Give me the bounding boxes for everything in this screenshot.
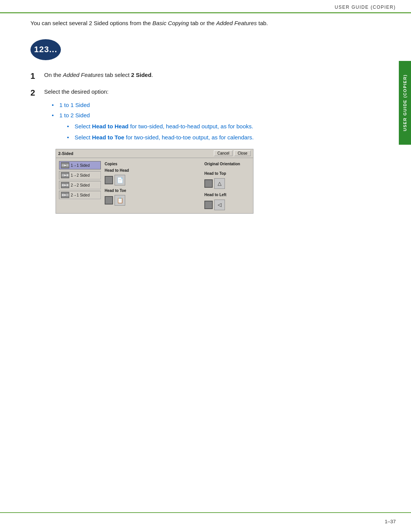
main-bullet-list: 1 to 1 Sided 1 to 2 Sided Select Head to… (52, 101, 384, 141)
sub-bullet-2-prefix: Select (75, 134, 92, 141)
page-number: 1–37 (385, 519, 396, 524)
head-to-toe-label: Head to Toe (105, 188, 201, 193)
head-to-top-label: Head to Top (204, 171, 250, 176)
step-2: 2 Select the desired option: 1 to 1 Side… (30, 88, 384, 214)
badge-123-text: 123... (34, 45, 57, 54)
step-1-bold: 2 Sided (131, 72, 151, 78)
head-to-left-option: Head to Left ◁ (204, 192, 250, 210)
sub-bullet-list: Select Head to Head for two-sided, head-… (67, 122, 384, 141)
head-to-toe-option: Head to Toe 📋 (105, 188, 201, 206)
intro-text-after: tab. (257, 20, 268, 26)
intro-italic1: Basic Copying (152, 20, 189, 26)
option-2to1[interactable]: ▦▶▤ 2→1 Sided (59, 191, 101, 199)
head-to-head-option: Head to Head 📄 (105, 168, 201, 185)
head-to-top-icon: △ (214, 178, 225, 189)
head-to-toe-row: 📋 (105, 195, 201, 206)
step-1-content: On the Added Features tab select 2 Sided… (44, 71, 384, 80)
main-content: You can select several 2 Sided options f… (30, 19, 392, 220)
option-1to2-icon: ▤▶▦ (61, 172, 69, 178)
intro-paragraph: You can select several 2 Sided options f… (30, 19, 384, 28)
copies-section: Copies Head to Head 📄 (105, 161, 201, 206)
sub-bullet-1-bold: Head to Head (92, 123, 129, 129)
dialog-left-panel: ▤▶▤ 1→1 Sided ▤▶▦ 1→2 Sided ▦▶▦ 2→2 Side… (59, 161, 101, 210)
bullet-1to2-label: 1 to 2 Sided (59, 112, 90, 118)
option-1to2[interactable]: ▤▶▦ 1→2 Sided (59, 171, 101, 179)
badge-123: 123... (30, 39, 61, 60)
top-rule (0, 12, 411, 13)
head-to-left-button[interactable] (204, 201, 213, 209)
head-to-left-icon: ◁ (214, 200, 225, 210)
head-to-group: Head to Head 📄 Head to Toe (105, 168, 201, 206)
step-1-italic: Added Features (63, 72, 104, 78)
step-1-text-before: On the (44, 72, 63, 78)
original-orientation-label: Original Orientation (204, 161, 250, 167)
dialog-box: 2-Sided Cancel Close ▤▶▤ 1→1 Sided (56, 149, 253, 214)
head-to-top-option: Head to Top △ (204, 171, 250, 189)
bullet-1to2: 1 to 2 Sided Select Head to Head for two… (52, 111, 384, 141)
intro-text-before: You can select several 2 Sided options f… (30, 20, 152, 26)
step-1: 1 On the Added Features tab select 2 Sid… (30, 71, 384, 82)
option-1to1[interactable]: ▤▶▤ 1→1 Sided (59, 161, 101, 169)
option-2to2-label: 2→2 Sided (71, 182, 89, 188)
head-to-toe-button[interactable] (105, 196, 113, 204)
head-to-top-row: △ (204, 178, 250, 189)
bullet-1to1-label: 1 to 1 Sided (59, 102, 90, 108)
intro-italic2: Added Features (216, 20, 257, 26)
side-tab-label: User Guide (Copier) (403, 74, 407, 131)
sub-bullet-2-bold: Head to Toe (92, 134, 124, 141)
sub-bullet-head-to-toe: Select Head to Toe for two-sided, head-t… (67, 133, 384, 141)
head-to-head-icon: 📄 (115, 175, 125, 185)
option-1to1-icon: ▤▶▤ (61, 162, 69, 168)
copies-label: Copies (105, 161, 201, 167)
head-to-top-button[interactable] (204, 179, 213, 188)
header-title: User Guide (Copier) (335, 5, 396, 10)
intro-text-middle: tab or the (189, 20, 216, 26)
bullet-1to1: 1 to 1 Sided (52, 101, 384, 109)
dialog-center-panel: Copies Head to Head 📄 (105, 161, 201, 210)
option-1to2-label: 1→2 Sided (71, 173, 89, 178)
option-2to2-icon: ▦▶▦ (61, 182, 69, 188)
step-2-text: Select the desired option: (44, 88, 108, 95)
head-to-left-label: Head to Left (204, 192, 250, 198)
option-2to1-label: 2→1 Sided (71, 192, 89, 198)
close-button[interactable]: Close (234, 150, 251, 156)
step-1-text-after: tab select (104, 72, 131, 78)
step-2-number: 2 (30, 88, 44, 99)
sub-bullet-1-prefix: Select (75, 123, 92, 129)
header-text: User Guide (Copier) (335, 5, 396, 10)
dialog-title: 2-Sided (58, 150, 73, 157)
sub-bullet-1-suffix: for two-sided, head-to-head output, as f… (129, 123, 253, 129)
option-1to1-label: 1→1 Sided (71, 163, 89, 168)
dialog-right-panel: Original Orientation Head to Top △ Head … (204, 161, 250, 210)
head-to-head-row: 📄 (105, 175, 201, 185)
step-1-end: . (151, 72, 153, 78)
head-to-head-button[interactable] (105, 176, 113, 184)
step-1-number: 1 (30, 71, 44, 82)
option-2to2[interactable]: ▦▶▦ 2→2 Sided (59, 181, 101, 189)
dialog-titlebar: 2-Sided Cancel Close (56, 149, 253, 158)
dialog-body: ▤▶▤ 1→1 Sided ▤▶▦ 1→2 Sided ▦▶▦ 2→2 Side… (56, 158, 253, 213)
sub-bullet-head-to-head: Select Head to Head for two-sided, head-… (67, 122, 384, 130)
head-to-head-label: Head to Head (105, 168, 201, 173)
side-tab: User Guide (Copier) (399, 61, 411, 145)
cancel-button[interactable]: Cancel (214, 150, 233, 156)
option-2to1-icon: ▦▶▤ (61, 192, 69, 198)
bottom-rule (0, 512, 411, 513)
step-2-content: Select the desired option: 1 to 1 Sided … (44, 88, 384, 214)
head-to-left-row: ◁ (204, 200, 250, 210)
sub-bullet-2-suffix: for two-sided, head-to-toe output, as fo… (124, 134, 254, 141)
dialog-top-buttons: Cancel Close (214, 150, 251, 156)
head-to-toe-icon: 📋 (115, 195, 125, 206)
